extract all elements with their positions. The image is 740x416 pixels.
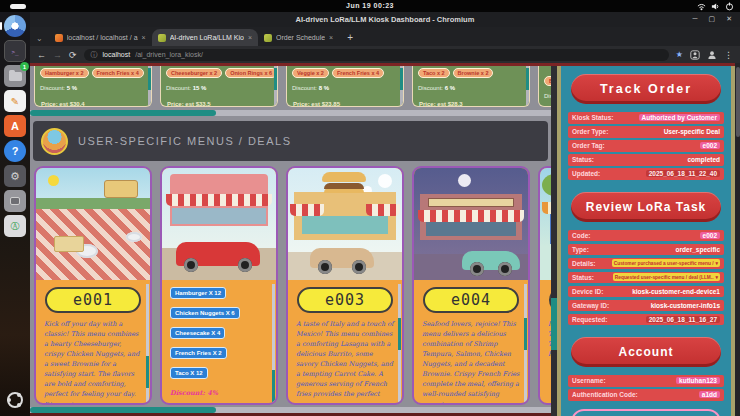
restaurant-logo <box>41 128 68 155</box>
pencil-glyph: ✎ <box>11 96 19 107</box>
dock: >_ 1 ✎ A ? ⚙ Ⓐ <box>0 12 30 416</box>
system-clock[interactable]: Jun 19 00:23 <box>0 2 740 9</box>
forward-button[interactable]: → <box>53 50 62 60</box>
order-tag-badge: e002 <box>700 142 720 149</box>
deal-item-pill: Veggie x 2 <box>292 68 329 78</box>
timestamp-value: 2025_06_18_11_16_27 <box>646 316 720 323</box>
item-tag: Chicken Nuggets X 6 <box>170 307 240 319</box>
dock-files-icon[interactable]: 1 <box>4 65 26 87</box>
gear-icon: ⚙ <box>10 170 20 183</box>
scrollbar-thumb[interactable] <box>736 67 740 137</box>
letter-a-glyph: A <box>11 120 19 132</box>
deal-card[interactable]: Cheeseburger x 2 Onion Rings x 6 Discoun… <box>160 66 278 107</box>
deal-card[interactable]: Veggie x 2 French Fries x 4 Discount: 8 … <box>286 66 404 107</box>
running-indicator <box>0 22 2 30</box>
menu-cards-row[interactable]: e001 Kick off your day with a classic! T… <box>30 166 551 406</box>
deal-item-pill: Brownie x 2 <box>453 68 494 78</box>
menu-discount: Discount: 4% <box>170 389 268 397</box>
browser-menu-icon[interactable]: ⋮ <box>724 50 733 60</box>
power-icon <box>725 2 734 11</box>
deal-price: Price: est $23.85 <box>293 101 340 107</box>
deals-horizontal-scrollbar[interactable] <box>30 110 551 116</box>
deal-scrollbar[interactable] <box>400 66 403 107</box>
deal-card[interactable]: Burrito x 2 Discount: <box>538 66 551 107</box>
info-row: Type: order_specific <box>568 244 724 256</box>
tab-order-schedule[interactable]: Order Schedule × <box>258 29 339 46</box>
deal-card[interactable]: Taco x 2 Brownie x 2 Discount: 6 % Price… <box>412 66 530 107</box>
close-button[interactable]: ✕ <box>726 15 732 23</box>
deal-price: Price: est $30.4 <box>41 101 85 107</box>
deal-card[interactable]: Hamburger x 2 French Fries x 4 Discount:… <box>34 66 152 107</box>
extension-icon[interactable] <box>690 50 700 60</box>
profile-avatar-icon[interactable] <box>707 50 717 60</box>
url-host: localhost <box>103 51 131 58</box>
dock-settings-icon[interactable]: ⚙ <box>4 165 26 187</box>
card-scrollbar-thumb[interactable] <box>146 356 149 388</box>
tab-close-icon[interactable]: × <box>142 34 146 41</box>
info-row: Kiosk Status: Authorized by Customer <box>568 112 724 124</box>
deal-scrollbar[interactable] <box>274 66 277 107</box>
dock-chromium-icon[interactable] <box>4 15 26 37</box>
address-bar[interactable]: ⓘ localhost/ai_driven_lora_kiosk/ <box>84 49 669 61</box>
status-dropdown[interactable]: Requested user-specific menu / deal (LLM… <box>613 273 720 281</box>
card-scrollbar-thumb[interactable] <box>272 370 275 402</box>
scrollbar-thumb[interactable] <box>30 110 216 116</box>
discount-value: 5 % <box>67 85 77 91</box>
deal-item-pill: Cheeseburger x 2 <box>166 68 222 78</box>
deal-price: Price: est $33.5 <box>167 101 211 107</box>
dock-terminal-icon[interactable]: >_ <box>4 40 26 62</box>
tab-localhost[interactable]: localhost / localhost / a × <box>49 29 152 46</box>
card-scrollbar-thumb[interactable] <box>398 318 401 350</box>
phpmyadmin-favicon <box>55 34 63 42</box>
menu-card-scrolled[interactable]: Hamburger X 12 Chicken Nuggets X 6 Chees… <box>160 166 278 405</box>
new-tab-button[interactable]: + <box>347 32 353 43</box>
site-info-icon[interactable]: ⓘ <box>91 50 98 60</box>
volume-icon <box>711 2 720 11</box>
menu-card-e004[interactable]: e004 Seafood lovers, rejoice! This menu … <box>412 166 530 405</box>
chevron-down-icon: ▾ <box>715 260 718 266</box>
item-tag: Hamburger X 12 <box>170 287 226 299</box>
tab-kiosk-dashboard[interactable]: AI-driven LoRa/LLM Kio × <box>152 29 258 46</box>
tab-search-chevron-icon[interactable]: ⌄ <box>36 34 43 43</box>
menu-code-pill: e003 <box>297 287 393 313</box>
dock-screenshot-icon[interactable] <box>4 190 26 212</box>
folder-glyph <box>9 72 22 81</box>
menu-card-e003[interactable]: e003 A taste of Italy and a touch of Mex… <box>286 166 404 405</box>
track-order-button[interactable]: Track Order <box>571 74 721 104</box>
store-glyph: Ⓐ <box>11 220 20 233</box>
info-row: Username: kutluhan123 <box>568 375 724 387</box>
dock-orange-a-app-icon[interactable]: A <box>4 115 26 137</box>
system-tray[interactable] <box>697 2 734 11</box>
tab-close-icon[interactable]: × <box>248 34 252 41</box>
info-row: Gateway ID: kiosk-customer-info1s <box>568 300 724 312</box>
menu-card-e001[interactable]: e001 Kick off your day with a classic! T… <box>34 166 152 405</box>
bookmark-star-icon[interactable]: ★ <box>676 50 683 59</box>
menu-card-partial[interactable]: Indulge in a combo with a This menu Chee… <box>538 166 551 405</box>
dock-show-apps-ubuntu-icon[interactable] <box>7 392 23 408</box>
minimize-button[interactable]: ─ <box>693 15 698 23</box>
page-vertical-scrollbar[interactable] <box>735 63 740 416</box>
deal-price: Price: est $28.3 <box>419 101 463 107</box>
dock-text-editor-icon[interactable]: ✎ <box>4 90 26 112</box>
dock-help-icon[interactable]: ? <box>4 140 26 162</box>
deal-scrollbar[interactable] <box>148 66 151 107</box>
order-deals-strip[interactable]: Hamburger x 2 French Fries x 4 Discount:… <box>30 66 551 107</box>
partially-visible-button[interactable] <box>571 409 721 416</box>
tab-close-icon[interactable]: × <box>329 34 333 41</box>
deal-item-pill: Hamburger x 2 <box>40 68 89 78</box>
card-scrollbar-thumb[interactable] <box>524 318 527 350</box>
username-badge: kutluhan123 <box>676 377 720 384</box>
account-button[interactable]: Account <box>571 337 721 367</box>
camera-glyph <box>10 197 20 205</box>
details-dropdown[interactable]: Customer purchased a user-specific menu … <box>612 259 720 267</box>
review-lora-task-button[interactable]: Review LoRa Task <box>571 192 721 222</box>
deal-item-pill: French Fries x 4 <box>92 68 144 78</box>
dock-software-center-icon[interactable]: Ⓐ <box>4 215 26 237</box>
item-tag: French Fries X 2 <box>170 347 227 359</box>
reload-button[interactable]: ⟳ <box>69 50 77 60</box>
back-button[interactable]: ← <box>37 50 46 60</box>
info-row: Requested: 2025_06_18_11_16_27 <box>568 314 724 326</box>
maximize-button[interactable]: ▢ <box>709 15 716 23</box>
deal-scrollbar[interactable] <box>526 66 529 107</box>
menu-description: Seafood lovers, rejoice! This menu deliv… <box>422 319 520 405</box>
